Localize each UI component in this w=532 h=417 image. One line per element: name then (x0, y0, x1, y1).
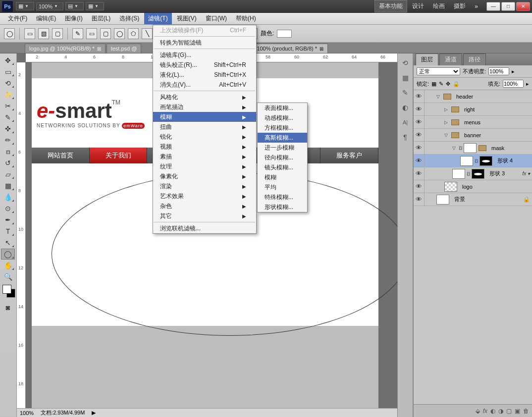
opt-rect[interactable]: ▭ (86, 28, 97, 39)
shape-mode-2[interactable]: ▧ (38, 28, 49, 39)
filter-sub-1[interactable]: 画笔描边▶ (153, 102, 256, 112)
history-icon[interactable]: ⟲ (400, 57, 411, 68)
view-toggle[interactable]: ▤ ▼ (65, 2, 84, 10)
filter-sub-12[interactable]: 其它▶ (153, 211, 256, 221)
filter-sub-3[interactable]: 扭曲▶ (153, 122, 256, 132)
layout-dropdown[interactable]: ▦ ▼ (16, 2, 34, 10)
layer-row[interactable]: 👁logo (414, 180, 532, 193)
close-icon[interactable]: ⊠ (97, 46, 101, 52)
blur-item-7[interactable]: 模糊 (258, 172, 307, 182)
menu-filter[interactable]: 滤镜(T) (144, 13, 171, 24)
filter-item[interactable]: 滤镜库(G)... (153, 50, 256, 60)
crop-tool[interactable]: ✂ (1, 101, 15, 111)
group-icon[interactable]: ▢ (506, 408, 512, 415)
zoom-dropdown[interactable]: 100% ▼ (36, 2, 63, 10)
shape-mode-1[interactable]: ▭ (24, 28, 35, 39)
visibility-icon[interactable]: 👁 (414, 142, 425, 154)
visibility-icon[interactable]: 👁 (414, 129, 425, 141)
hand-tool[interactable]: ✋ (1, 260, 15, 271)
menu-image[interactable]: 图像(I) (61, 13, 86, 24)
menu-file[interactable]: 文件(F) (4, 13, 31, 24)
blur-item-5[interactable]: 径向模糊... (258, 153, 307, 162)
lock-pos-icon[interactable]: ✥ (446, 81, 450, 87)
filter-sub-2[interactable]: 模糊▶ (153, 112, 256, 122)
lock-trans-icon[interactable]: ▦ (431, 81, 436, 87)
opt-polygon[interactable]: ⬠ (128, 28, 139, 39)
menu-view[interactable]: 视图(V) (173, 13, 201, 24)
pen-icon[interactable]: ✎ (72, 28, 83, 39)
status-zoom[interactable]: 100% (20, 410, 34, 416)
eraser-tool[interactable]: ▱ (1, 169, 15, 180)
shape-mode-3[interactable]: ▢ (52, 28, 63, 39)
color-swatch[interactable] (277, 30, 292, 38)
filter-item[interactable]: 镜头校正(R)...Shift+Ctrl+R (153, 60, 256, 70)
gradient-tool[interactable]: ▦ (1, 180, 15, 191)
blend-mode-select[interactable]: 正常 (417, 67, 460, 75)
layer-row[interactable]: 👁▷right (414, 103, 532, 116)
ruler-vertical[interactable]: 24681012141618 (17, 62, 26, 408)
new-layer-icon[interactable]: ▣ (515, 408, 520, 415)
mask-icon[interactable]: ◐ (490, 408, 495, 415)
opacity-input[interactable] (488, 67, 509, 75)
type-tool[interactable]: T (1, 226, 15, 237)
blur-item-0[interactable]: 表面模糊... (258, 103, 307, 113)
fx-icon[interactable]: fx (483, 408, 487, 415)
layer-row[interactable]: 👁⌼形状 4 (414, 155, 532, 167)
opt-ellipse[interactable]: ◯ (114, 28, 125, 39)
move-tool[interactable]: ✥ (1, 55, 15, 66)
filter-item[interactable]: 液化(L)...Shift+Ctrl+X (153, 70, 256, 80)
doc-tab-1[interactable]: logo.jpg @ 100%(RGB/8) *⊠ (25, 44, 106, 53)
filter-last[interactable]: 上次滤镜操作(F)Ctrl+F (153, 25, 256, 35)
filter-sub-9[interactable]: 渲染▶ (153, 181, 256, 191)
zoom-tool[interactable]: 🔍 (1, 271, 15, 282)
workspace-essentials[interactable]: 基本功能 (374, 0, 407, 12)
arrange-toggle[interactable]: ▦ ▼ (86, 2, 104, 10)
filter-browse[interactable]: 浏览联机滤镜... (153, 223, 256, 233)
lasso-tool[interactable]: ⟲ (1, 78, 15, 89)
marquee-tool[interactable]: ▭ (1, 66, 15, 77)
wand-tool[interactable]: ✨ (1, 89, 15, 100)
workspace-photo[interactable]: 摄影 (450, 0, 470, 12)
tab-paths[interactable]: 路径 (463, 53, 486, 65)
menu-help[interactable]: 帮助(H) (232, 13, 260, 24)
dodge-tool[interactable]: ⊙ (1, 203, 15, 214)
char-icon[interactable]: A| (400, 117, 411, 128)
workspace-design[interactable]: 设计 (408, 0, 428, 12)
menu-window[interactable]: 窗口(W) (202, 13, 231, 24)
opt-line[interactable]: ╲ (142, 28, 153, 39)
lock-all-icon[interactable]: 🔒 (453, 81, 460, 87)
filter-sub-7[interactable]: 纹理▶ (153, 161, 256, 171)
filter-sub-4[interactable]: 锐化▶ (153, 132, 256, 142)
workspace-painting[interactable]: 绘画 (429, 0, 449, 12)
quickmask-toggle[interactable]: ◙ (1, 302, 15, 313)
filter-sub-11[interactable]: 杂色▶ (153, 201, 256, 211)
filter-sub-0[interactable]: 风格化▶ (153, 92, 256, 102)
filter-smart[interactable]: 转换为智能滤镜 (153, 38, 256, 48)
tab-channels[interactable]: 通道 (439, 53, 462, 65)
path-select-tool[interactable]: ↖ (1, 237, 15, 248)
filter-sub-6[interactable]: 素描▶ (153, 152, 256, 161)
visibility-icon[interactable]: 👁 (414, 116, 425, 128)
blur-item-1[interactable]: 动感模糊... (258, 113, 307, 123)
close-icon[interactable]: ⊠ (319, 46, 323, 52)
filter-item[interactable]: 消失点(V)...Alt+Ctrl+V (153, 80, 256, 90)
layer-row[interactable]: 👁▽banner (414, 129, 532, 142)
link-layers-icon[interactable]: ⬙ (476, 408, 480, 415)
opt-roundrect[interactable]: ▢ (100, 28, 111, 39)
minimize-button[interactable]: — (486, 2, 500, 11)
heal-tool[interactable]: ✜ (1, 123, 15, 134)
filter-sub-10[interactable]: 艺术效果▶ (153, 191, 256, 201)
visibility-icon[interactable]: 👁 (414, 167, 425, 180)
brush-icon[interactable]: ✎ (400, 87, 411, 98)
eyedropper-tool[interactable]: ✎ (1, 112, 15, 123)
layer-row[interactable]: 👁▷menus (414, 116, 532, 129)
adjust-icon[interactable]: ◑ (498, 408, 503, 415)
color-picker[interactable] (1, 285, 15, 302)
blur-item-2[interactable]: 方框模糊... (258, 123, 307, 133)
pen-tool[interactable]: ✒ (1, 214, 15, 225)
blur-item-9[interactable]: 特殊模糊... (258, 192, 307, 202)
history-brush-tool[interactable]: ↺ (1, 157, 15, 168)
styles-icon[interactable]: ◐ (400, 102, 411, 113)
layer-row[interactable]: 👁▽header (414, 90, 532, 103)
swatches-icon[interactable]: ▦ (400, 72, 411, 83)
